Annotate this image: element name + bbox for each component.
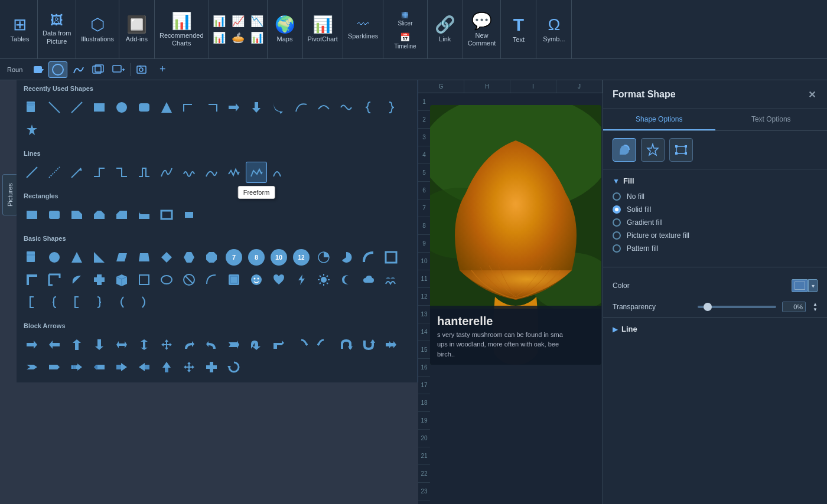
bs-pie[interactable]: [313, 247, 334, 268]
ba-double-right[interactable]: [380, 334, 402, 355]
ba-curved-right[interactable]: [178, 334, 200, 355]
shape-brace-close[interactable]: [380, 97, 402, 118]
line-diagonal2[interactable]: [44, 162, 65, 183]
ba-chevron-right[interactable]: [21, 356, 43, 378]
trans-down-button[interactable]: ▼: [813, 307, 818, 312]
rect-frame[interactable]: [156, 204, 177, 225]
ribbon-text[interactable]: T Text: [501, 0, 536, 58]
ribbon-charts-more2[interactable]: 🥧: [229, 30, 247, 45]
fill-solid[interactable]: Solid fill: [613, 205, 818, 214]
ba-notched-right[interactable]: [223, 334, 245, 355]
shape-arrow-down[interactable]: [246, 97, 267, 118]
ba-circular-ccw[interactable]: [313, 334, 334, 355]
shape-curve2[interactable]: [313, 97, 334, 118]
ba-right[interactable]: [21, 334, 43, 355]
toolbar2-add[interactable]: +: [153, 61, 172, 78]
bs-cross[interactable]: [89, 269, 110, 290]
rect-small[interactable]: [178, 204, 200, 225]
bs-arc[interactable]: [201, 269, 222, 290]
shape-rounded-rect[interactable]: [134, 97, 155, 118]
bs-badge-8[interactable]: 8: [246, 247, 267, 268]
line-freeform-curve[interactable]: [201, 162, 222, 183]
rect-snip-diagonal[interactable]: [111, 204, 132, 225]
bs-right-triangle[interactable]: [89, 247, 110, 268]
fill-no-fill[interactable]: No fill: [613, 192, 818, 201]
shape-elbow2[interactable]: [201, 97, 222, 118]
ribbon-symb[interactable]: Ω Symb...: [536, 0, 572, 58]
bs-heart[interactable]: [268, 269, 289, 290]
toolbar2-screenshot[interactable]: [133, 61, 152, 78]
toolbar2-freeform[interactable]: [69, 61, 87, 78]
shape-rect[interactable]: [89, 97, 110, 118]
ribbon-illustrations[interactable]: ⬡ Illustrations: [76, 0, 119, 58]
bs-badge-12[interactable]: 12: [291, 247, 312, 268]
shape-line-dl[interactable]: [44, 97, 65, 118]
fill-solid-radio[interactable]: [613, 205, 621, 214]
bs-square-outline[interactable]: [134, 269, 155, 290]
color-dropdown-button[interactable]: ▾: [808, 279, 818, 292]
ba-curved-left[interactable]: [201, 334, 222, 355]
shape-line-dr[interactable]: [66, 97, 87, 118]
ba-4way-arrow[interactable]: [178, 356, 200, 378]
bs-cube[interactable]: [111, 269, 132, 290]
bs-badge-10[interactable]: 10: [268, 247, 289, 268]
line-diagonal1[interactable]: [21, 162, 43, 183]
bs-curly-brace-right[interactable]: [89, 292, 110, 313]
rect-rounded[interactable]: [44, 204, 65, 225]
line-elbow-lr[interactable]: [89, 162, 110, 183]
line-squiggle[interactable]: [178, 162, 200, 183]
ribbon-timeline[interactable]: 📅 Timeline: [388, 30, 422, 52]
ribbon-sparklines[interactable]: 〰 Sparklines: [343, 0, 383, 58]
toolbar2-insert-shape[interactable]: [109, 61, 128, 78]
bs-parallelogram[interactable]: [111, 247, 132, 268]
ribbon-charts-bar[interactable]: 📊: [210, 14, 228, 29]
ba-cross-arrow[interactable]: [201, 356, 222, 378]
ba-down[interactable]: [89, 334, 110, 355]
ba-notched-left[interactable]: [89, 356, 110, 378]
ribbon-new-comment[interactable]: 💬 NewComment: [463, 0, 502, 58]
bs-oval-outline[interactable]: [156, 269, 177, 290]
bs-document[interactable]: [21, 247, 43, 268]
bs-lightning[interactable]: [291, 269, 312, 290]
bs-triangle[interactable]: [66, 247, 87, 268]
line-section-header[interactable]: ▶ Line: [613, 325, 818, 333]
ba-lr[interactable]: [111, 334, 132, 355]
shape-triangle[interactable]: [156, 97, 177, 118]
ba-up-turn[interactable]: [246, 334, 267, 355]
fill-pattern-radio[interactable]: [613, 244, 621, 253]
shape-arrow-right[interactable]: [223, 97, 245, 118]
ba-u-turn2[interactable]: [358, 334, 379, 355]
ba-arrow-callout-up[interactable]: [156, 356, 177, 378]
bs-no-symbol[interactable]: [178, 269, 200, 290]
ba-arrow-callout-right[interactable]: [111, 356, 132, 378]
shape-star[interactable]: [21, 119, 43, 140]
bs-sun[interactable]: [313, 269, 334, 290]
line-arrow-end[interactable]: [66, 162, 87, 183]
ribbon-charts-more3[interactable]: 📊: [248, 30, 266, 45]
ba-circular-cw[interactable]: [291, 334, 312, 355]
transparency-thumb[interactable]: [704, 303, 712, 311]
tab-shape-options[interactable]: Shape Options: [603, 109, 715, 130]
fill-gradient[interactable]: Gradient fill: [613, 218, 818, 227]
ribbon-tables[interactable]: ⊞ Tables: [2, 0, 38, 58]
ribbon-slicer[interactable]: ▦ Slicer: [388, 7, 422, 29]
tab-text-options[interactable]: Text Options: [715, 109, 828, 130]
ribbon-data-from-picture[interactable]: 🖼 Data from Picture: [38, 0, 76, 58]
fill-picture-texture[interactable]: Picture or texture fill: [613, 231, 818, 240]
bs-pie2[interactable]: [336, 247, 357, 268]
shape-brace-open[interactable]: [358, 97, 379, 118]
bs-moon[interactable]: [336, 269, 357, 290]
line-elbow-3[interactable]: [134, 162, 155, 183]
shape-callout[interactable]: [268, 97, 289, 118]
ba-ud[interactable]: [134, 334, 155, 355]
rect-snip-corner[interactable]: [66, 204, 87, 225]
ba-left[interactable]: [44, 334, 65, 355]
bs-wave[interactable]: [380, 269, 402, 290]
line-zigzag[interactable]: [156, 162, 177, 183]
transparency-slider[interactable]: [698, 306, 777, 308]
close-panel-button[interactable]: ✕: [806, 89, 818, 100]
bs-paren-left[interactable]: [111, 292, 132, 313]
size-position-icon-btn[interactable]: [669, 138, 693, 162]
bs-bracket-left2[interactable]: [66, 292, 87, 313]
transparency-value[interactable]: 0%: [782, 302, 806, 312]
